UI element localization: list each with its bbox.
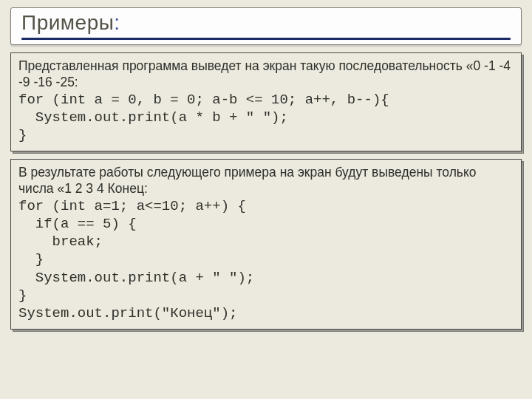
slide-title-row: Примеры: xyxy=(21,11,511,35)
title-underline xyxy=(21,38,511,40)
example-1-code: for (int a = 0, b = 0; a-b <= 10; a++, b… xyxy=(18,91,514,145)
example-2: В результате работы следующего примера н… xyxy=(10,159,522,330)
slide-title-colon: : xyxy=(114,11,120,34)
example-2-intro: В результате работы следующего примера н… xyxy=(18,164,514,197)
title-card: Примеры: xyxy=(10,7,522,45)
example-1: Представленная программа выведет на экра… xyxy=(10,52,522,151)
slide-title: Примеры xyxy=(21,11,114,34)
example-2-inner: В результате работы следующего примера н… xyxy=(10,159,522,330)
example-1-intro: Представленная программа выведет на экра… xyxy=(18,58,514,91)
slide: Примеры: Представленная программа выведе… xyxy=(0,0,532,399)
example-2-code: for (int a=1; a<=10; a++) { if(a == 5) {… xyxy=(18,197,514,323)
example-1-inner: Представленная программа выведет на экра… xyxy=(10,52,522,151)
